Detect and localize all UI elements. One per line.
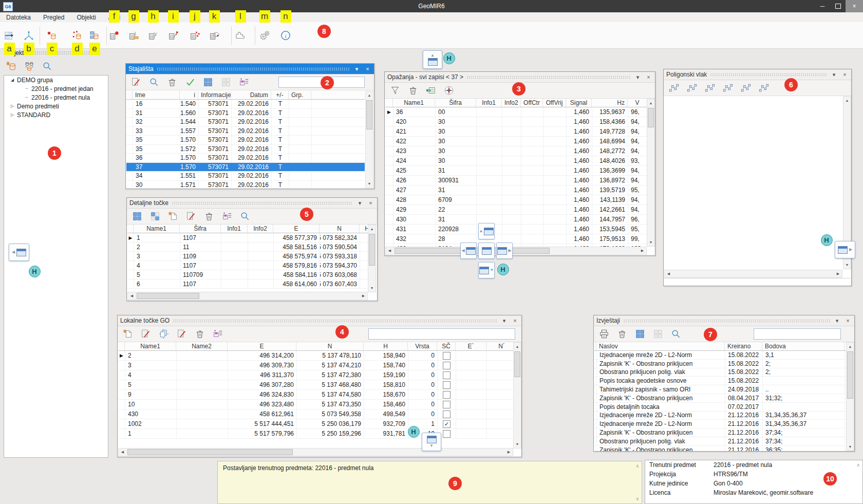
table-row[interactable]: 42867091,460143,113994, <box>385 195 647 205</box>
column-header[interactable]: Naslov <box>596 342 725 350</box>
column-header[interactable]: E <box>228 342 296 350</box>
table-row[interactable]: 432281,460175,951399, <box>385 234 647 244</box>
tree-expander-icon[interactable]: ▷ <box>9 113 15 117</box>
column-header[interactable]: Name1 <box>125 342 176 350</box>
column-header[interactable]: Šifra <box>435 99 476 107</box>
dock-guide-top[interactable]: ▲ <box>423 50 442 69</box>
table-row[interactable]: Zapisnik 'K' - Obostrano prikljucen08.04… <box>594 394 846 403</box>
checkbox-unchecked[interactable] <box>443 430 451 438</box>
search-icon[interactable] <box>670 328 682 340</box>
izvjestaji-titlebar[interactable]: Izvještaji ▾ × <box>594 315 854 326</box>
table-row[interactable]: 351.57057307129.02.2016T <box>126 136 365 145</box>
trash-icon[interactable] <box>194 328 206 340</box>
trash-icon[interactable] <box>203 210 215 222</box>
calc-ruler-icon[interactable] <box>124 26 143 45</box>
column-header[interactable]: E´ <box>456 342 486 350</box>
puzzle-icon[interactable] <box>231 26 250 45</box>
search-icon[interactable] <box>239 210 251 222</box>
table-row[interactable]: 430311,460144,795796, <box>385 215 647 225</box>
search-input[interactable] <box>368 328 515 340</box>
edit-icon[interactable] <box>185 210 197 222</box>
table-row[interactable]: 311.56057307129.02.2016T <box>126 109 365 118</box>
savelist-icon[interactable] <box>238 76 250 88</box>
compass-icon[interactable] <box>443 84 455 97</box>
table-row[interactable]: 161.54057307129.02.2016T <box>126 100 365 109</box>
stajalista-titlebar[interactable]: Stajališta ▾ × <box>126 64 374 74</box>
savelist-icon[interactable] <box>212 328 224 340</box>
dock-guide-cross-left[interactable]: ◀ <box>460 242 477 259</box>
column-header[interactable]: OffCtr <box>521 99 543 107</box>
menu-item-objekti[interactable]: Objekti <box>70 14 102 21</box>
cylinder-dots-icon[interactable] <box>68 26 86 45</box>
search-icon[interactable] <box>148 76 160 88</box>
chevron-up-icon[interactable]: ∧ <box>635 463 639 469</box>
close-icon[interactable]: × <box>844 318 852 324</box>
tree-item[interactable]: ▷Demo predmeti <box>4 102 108 110</box>
close-icon[interactable]: × <box>367 200 374 206</box>
tree-item[interactable]: ◢DEMO grupa <box>4 76 108 84</box>
table-row[interactable]: 341.55157307129.02.2016T <box>126 172 365 181</box>
table-row[interactable]: 31109458 575,9745 073 593,318 <box>127 252 368 261</box>
lokalne-titlebar[interactable]: Lokalne točke GO ▾ × <box>118 315 521 326</box>
close-icon[interactable]: × <box>511 318 519 324</box>
calc-arrow-icon[interactable] <box>164 26 182 45</box>
table-row[interactable]: Obostrano prikljucen polig. vlak21.12.20… <box>594 437 846 446</box>
table-row[interactable]: 371.57057307129.02.2016T <box>126 163 365 172</box>
column-header[interactable]: Ime <box>133 91 180 99</box>
table-row[interactable]: 423301,460148,277294, <box>385 146 647 156</box>
traverse-icon[interactable] <box>704 82 716 94</box>
table-row[interactable]: 5496 307,2805 137 468,480158,8100 <box>118 380 513 390</box>
table-row[interactable]: Zapisnik 'K' - Obostrano prikljucen21.12… <box>594 428 846 437</box>
dock-guide-left[interactable]: ◀ <box>9 244 29 261</box>
checkbox-unchecked[interactable] <box>443 371 451 379</box>
table-row[interactable]: 424301,460148,402693, <box>385 156 647 166</box>
close-button[interactable]: × <box>846 0 863 12</box>
tree-item[interactable]: ┈22016 - predmet jedan <box>4 84 108 93</box>
table-row[interactable]: 3496 309,7305 137 474,210158,7400 <box>118 361 513 370</box>
table-row[interactable]: 4312209281,460153,594595, <box>385 225 647 234</box>
gears-icon[interactable] <box>255 26 274 45</box>
vertical-scrollbar[interactable]: ▲▼ <box>846 342 854 451</box>
column-header[interactable]: N <box>320 225 360 233</box>
column-header[interactable]: H <box>360 225 368 233</box>
table-row[interactable]: ▶2496 314,2005 137 478,110158,9400 <box>118 351 513 361</box>
column-header[interactable]: +/- <box>271 91 289 99</box>
dock-guide-cross-center[interactable] <box>478 242 495 259</box>
column-header[interactable]: Vrsta <box>408 342 437 350</box>
table-row[interactable]: 4263009311,460136,897294, <box>385 176 647 185</box>
table-row[interactable]: 10496 323,4805 137 473,350158,4600 <box>118 400 513 409</box>
traverse-icon[interactable] <box>668 82 680 94</box>
column-header[interactable]: Info2 <box>502 99 521 107</box>
info-icon[interactable]: i <box>276 26 295 45</box>
column-header[interactable]: H <box>364 342 408 350</box>
column-header[interactable]: Datum <box>231 91 271 99</box>
table-row[interactable]: 211458 581,5165 073 590,504 <box>127 242 368 252</box>
table-row[interactable]: 427311,460139,571995, <box>385 185 647 195</box>
checkbox-unchecked[interactable] <box>443 381 451 389</box>
transfer-db-icon[interactable] <box>23 60 35 72</box>
edit-icon[interactable] <box>140 328 152 340</box>
table-row[interactable]: 361.57057307129.02.2016T <box>126 154 365 163</box>
dock-guide-right[interactable]: ▶ <box>835 241 855 258</box>
column-header[interactable]: Kreirano <box>725 342 762 350</box>
column-header[interactable]: Info1 <box>476 99 502 107</box>
table-row[interactable]: ▶11107458 577,3795 073 582,324 <box>127 233 368 242</box>
table-row[interactable]: Izjednacenje mreže 2D - L2-Norm15.08.202… <box>594 351 846 360</box>
printer-icon[interactable] <box>598 328 610 340</box>
checkbox-unchecked[interactable] <box>443 391 451 399</box>
horizontal-scrollbar[interactable]: ◀▶ <box>127 292 368 300</box>
checkbox-unchecked[interactable] <box>443 410 451 418</box>
column-header[interactable]: N´ <box>486 342 513 350</box>
grid-blue-icon[interactable] <box>634 328 646 340</box>
table-row[interactable]: Tahimetrijski zapisnik - samo ORI24.09.2… <box>594 385 846 394</box>
vertical-scrollbar[interactable]: ▲▼ <box>513 342 521 449</box>
table-row[interactable]: 9496 324,8305 137 474,580158,6700 <box>118 390 513 400</box>
check-icon[interactable] <box>184 76 196 88</box>
chevron-down-icon[interactable]: ∨ <box>635 496 639 501</box>
grid-blue-icon[interactable] <box>202 76 214 88</box>
column-header[interactable]: Grp. <box>289 91 311 99</box>
calc-angle-icon[interactable] <box>144 26 162 45</box>
traverse-icon[interactable] <box>722 82 734 94</box>
collapse-icon[interactable]: ▾ <box>634 74 642 81</box>
tree-item[interactable]: ▷STANDARD <box>4 110 108 119</box>
